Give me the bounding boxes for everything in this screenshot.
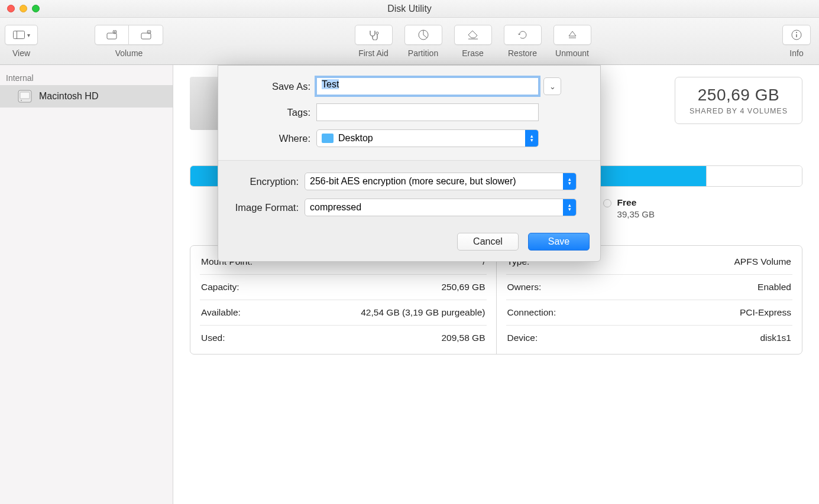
view-label: View — [12, 48, 30, 58]
image-format-value: compressed — [310, 202, 361, 213]
sidebar-item-macintosh-hd[interactable]: Macintosh HD — [0, 85, 173, 108]
popup-arrows-icon — [563, 173, 576, 190]
volume-label: Volume — [115, 48, 143, 58]
tags-label: Tags: — [234, 107, 316, 118]
svg-point-18 — [21, 100, 22, 101]
image-format-label: Image Format: — [234, 202, 305, 213]
save-button[interactable]: Save — [528, 233, 590, 251]
svg-rect-17 — [20, 92, 30, 99]
volume-remove-button[interactable] — [129, 25, 163, 45]
expand-button[interactable]: ⌄ — [543, 77, 561, 95]
chevron-down-icon: ▾ — [27, 32, 30, 38]
info-icon — [791, 30, 802, 40]
erase-label: Erase — [462, 48, 484, 58]
usage-bar-free — [706, 166, 802, 186]
sidebar: Internal Macintosh HD — [0, 65, 173, 504]
encryption-value: 256-bit AES encryption (more secure, but… — [310, 176, 516, 187]
info-row-device: Device:disk1s1 — [506, 326, 793, 350]
volume-remove-icon — [141, 30, 151, 40]
legend-free-label: Free — [617, 197, 655, 208]
svg-rect-2 — [107, 33, 116, 39]
window-controls — [7, 5, 40, 12]
popup-arrows-icon — [563, 199, 576, 216]
svg-rect-0 — [13, 31, 24, 39]
where-popup[interactable]: Desktop — [316, 129, 539, 147]
unmount-label: Unmount — [555, 48, 589, 58]
sidebar-section-internal: Internal — [0, 71, 173, 85]
save-as-label: Save As: — [234, 81, 316, 92]
svg-point-9 — [376, 32, 378, 34]
hard-drive-icon — [17, 88, 33, 105]
info-row-used: Used:209,58 GB — [200, 326, 487, 350]
legend-free-dot — [603, 199, 611, 207]
cancel-button[interactable]: Cancel — [457, 233, 519, 251]
volume-add-icon — [106, 30, 117, 40]
restore-label: Restore — [508, 48, 537, 58]
chevron-down-icon: ⌄ — [549, 82, 556, 91]
capacity-subtitle: SHARED BY 4 VOLUMES — [689, 107, 788, 115]
eject-icon — [568, 30, 577, 40]
minimize-window-button[interactable] — [20, 5, 27, 12]
info-button[interactable] — [782, 25, 811, 45]
encryption-label: Encryption: — [234, 176, 305, 187]
tags-input[interactable] — [316, 103, 539, 121]
encryption-popup[interactable]: 256-bit AES encryption (more secure, but… — [305, 173, 577, 190]
first-aid-label: First Aid — [358, 48, 389, 58]
volume-add-button[interactable] — [95, 25, 129, 45]
partition-button[interactable] — [404, 25, 442, 45]
svg-point-14 — [796, 32, 797, 33]
legend-free-value: 39,35 GB — [617, 209, 655, 219]
info-row-available: Available:42,54 GB (3,19 GB purgeable) — [200, 300, 487, 326]
zoom-window-button[interactable] — [32, 5, 40, 12]
folder-icon — [322, 134, 334, 143]
partition-label: Partition — [408, 48, 438, 58]
view-button[interactable]: ▾ — [5, 25, 38, 45]
capacity-value: 250,69 GB — [689, 86, 788, 105]
image-format-popup[interactable]: compressed — [305, 199, 577, 216]
save-as-input[interactable]: Test — [316, 77, 539, 95]
erase-button[interactable] — [454, 25, 492, 45]
svg-rect-6 — [141, 33, 151, 39]
stethoscope-icon — [368, 30, 380, 40]
info-row-owners: Owners:Enabled — [506, 275, 793, 300]
eraser-icon — [467, 30, 479, 40]
capacity-box: 250,69 GB SHARED BY 4 VOLUMES — [675, 77, 802, 124]
where-label: Where: — [234, 133, 316, 144]
save-sheet: Save As: Test ⌄ Tags: Where: Desktop Enc… — [218, 65, 601, 262]
close-window-button[interactable] — [7, 5, 15, 12]
toolbar: ▾ View Volume First Aid — [0, 18, 819, 65]
restore-button[interactable] — [504, 25, 542, 45]
sidebar-icon — [13, 31, 25, 39]
first-aid-button[interactable] — [355, 25, 393, 45]
svg-line-12 — [423, 35, 427, 38]
where-value: Desktop — [338, 133, 373, 144]
info-label: Info — [789, 48, 803, 58]
sidebar-item-label: Macintosh HD — [39, 91, 98, 102]
popup-arrows-icon — [525, 130, 538, 147]
unmount-button[interactable] — [553, 25, 591, 45]
pie-icon — [418, 30, 429, 40]
title-bar: Disk Utility — [0, 0, 819, 18]
window-title: Disk Utility — [0, 4, 819, 14]
info-row-capacity: Capacity:250,69 GB — [200, 275, 487, 300]
info-row-connection: Connection:PCI-Express — [506, 300, 793, 326]
restore-icon — [517, 30, 528, 40]
